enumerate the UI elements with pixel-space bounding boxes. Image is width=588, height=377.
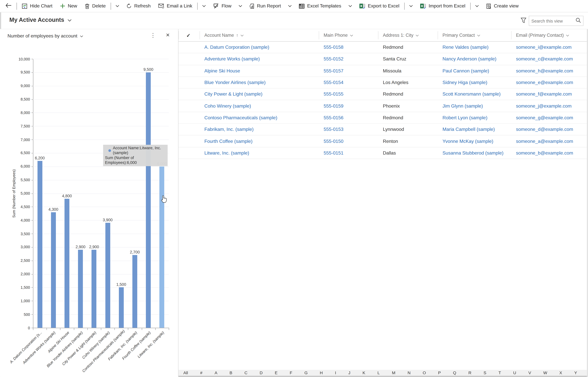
primary-contact-link[interactable]: Maria Campbell (sample) [443,127,495,132]
table-row[interactable]: Blue Yonder Airlines (sample)555-0154Los… [178,77,588,89]
email-link[interactable]: someone_a@example.com [516,139,573,144]
chevron-down-icon[interactable] [285,0,295,12]
chevron-down-icon[interactable] [345,0,355,12]
account-name-link[interactable]: Adventure Works (sample) [204,56,260,62]
email-link[interactable]: someone_c@example.com [516,56,573,62]
table-row[interactable]: City Power & Light (sample)555-0155Redmo… [178,89,588,100]
create-view-button[interactable]: Create view [482,0,522,12]
jump-letter-i[interactable]: I [335,371,336,375]
jump-letter-t[interactable]: T [498,371,501,375]
account-name-link[interactable]: Contoso Pharmaceuticals (sample) [204,115,277,120]
table-row[interactable]: Fourth Coffee (sample)555-0150RentonYvon… [178,136,588,147]
search-input[interactable] [531,19,576,23]
main-phone-link[interactable]: 555-0150 [324,139,343,144]
main-phone-link[interactable]: 555-0157 [324,68,343,73]
jump-letter-n[interactable]: N [408,371,411,375]
jump-letter-r[interactable]: R [469,371,471,375]
chart-close-icon[interactable]: ✕ [166,32,170,38]
run-report-button[interactable]: Run Report [246,0,285,12]
jump-letter-v[interactable]: V [528,371,531,375]
email-link[interactable]: someone_d@example.com [516,127,573,132]
primary-contact-link[interactable]: Sidney Higa (sample) [443,80,487,85]
excel-templates-button[interactable]: Excel Templates [295,0,345,12]
main-phone-link[interactable]: 555-0152 [324,56,343,62]
account-name-link[interactable]: Coho Winery (sample) [204,103,251,109]
email-link[interactable]: someone_j@example.com [516,103,572,109]
chart-bar[interactable] [51,212,56,328]
chart-bar[interactable] [37,161,42,328]
hide-chart-button[interactable]: Hide Chart [18,0,56,12]
table-row[interactable]: Litware, Inc. (sample)555-0151DallasSusa… [178,147,588,159]
primary-contact-link[interactable]: Paul Cannon (sample) [443,68,489,73]
chart-bar[interactable] [78,250,83,328]
chart-bar[interactable] [92,250,96,328]
column-header-main-phone[interactable]: Main Phone [319,29,378,41]
chart-more-commands-icon[interactable]: ⋮ [150,32,156,39]
email-link[interactable]: someone_f@example.com [516,92,572,97]
account-name-link[interactable]: Fabrikam, Inc. (sample) [204,127,254,132]
jump-letter-all[interactable]: All [183,371,188,375]
jump-letter-x[interactable]: X [559,371,562,375]
view-selector[interactable]: My Active Accounts [9,17,72,23]
new-button[interactable]: New [56,0,81,12]
back-button[interactable] [1,0,15,12]
chevron-down-icon[interactable] [199,0,209,12]
account-name-link[interactable]: Alpine Ski House [204,68,240,73]
column-header-email[interactable]: Email (Primary Contact) [511,29,588,41]
filter-button[interactable] [520,18,527,25]
chart-bar[interactable] [146,72,151,328]
account-name-link[interactable]: Blue Yonder Airlines (sample) [204,80,266,85]
jump-letter-s[interactable]: S [483,371,486,375]
primary-contact-link[interactable]: Robert Lyon (sample) [443,115,487,120]
main-phone-link[interactable]: 555-0155 [324,92,343,97]
jump-letter-q[interactable]: Q [453,371,456,375]
chart-bar[interactable] [160,166,164,328]
account-name-link[interactable]: Fourth Coffee (sample) [204,139,253,144]
search-icon[interactable] [576,17,581,24]
jump-letter-l[interactable]: L [377,371,380,375]
vertical-scrollbar[interactable] [587,29,588,377]
chart-bar[interactable] [65,199,69,328]
jump-letter-g[interactable]: G [304,371,308,375]
main-phone-link[interactable]: 555-0158 [324,45,343,50]
jump-letter-c[interactable]: C [245,371,247,375]
chart-bar[interactable] [105,223,110,328]
chevron-down-icon[interactable] [235,0,246,12]
refresh-button[interactable]: Refresh [123,0,154,12]
account-name-link[interactable]: Litware, Inc. (sample) [204,150,249,155]
account-name-link[interactable]: A. Datum Corporation (sample) [204,45,269,50]
main-phone-link[interactable]: 555-0154 [324,80,343,85]
primary-contact-link[interactable]: Yvonne McKay (sample) [443,139,493,144]
jump-letter-w[interactable]: W [543,371,547,375]
jump-letter-p[interactable]: P [438,371,441,375]
table-row[interactable]: A. Datum Corporation (sample)555-0158Red… [178,42,588,53]
jump-letter-j[interactable]: J [348,371,350,375]
horizontal-scrollbar[interactable] [178,376,588,377]
jump-letter-a[interactable]: A [215,371,217,375]
primary-contact-link[interactable]: Scott Konersmann (sample) [443,92,501,97]
jump-letter-b[interactable]: B [230,371,232,375]
column-header-city[interactable]: Address 1: City [378,29,437,41]
email-link[interactable]: someone_e@example.com [516,80,573,85]
main-phone-link[interactable]: 555-0156 [324,115,343,120]
main-phone-link[interactable]: 555-0151 [324,150,343,155]
import-from-excel-button[interactable]: Import from Excel [416,0,469,12]
jump-letter-m[interactable]: M [392,371,395,375]
jump-letter-y[interactable]: Y [574,371,577,375]
chevron-down-icon[interactable] [112,0,123,12]
select-all-checkbox[interactable]: ✓ [178,29,200,41]
jump-letter-d[interactable]: D [260,371,262,375]
jump-letter-e[interactable]: E [275,371,278,375]
email-a-link-button[interactable]: Email a Link [154,0,196,12]
table-row[interactable]: Fabrikam, Inc. (sample)555-0153LynnwoodM… [178,124,588,136]
column-header-primary-contact[interactable]: Primary Contact [437,29,511,41]
primary-contact-link[interactable]: Rene Valdes (sample) [443,45,489,50]
jump-letter-o[interactable]: O [423,371,426,375]
chart-bar[interactable] [119,287,124,328]
jump-letter-h[interactable]: H [320,371,323,375]
email-link[interactable]: someone_h@example.com [516,68,573,73]
jump-letter-f[interactable]: F [290,371,292,375]
chart-selector[interactable]: Number of employees by account [7,33,83,39]
email-link[interactable]: someone_b@example.com [516,150,573,155]
jump-letter-k[interactable]: K [363,371,365,375]
